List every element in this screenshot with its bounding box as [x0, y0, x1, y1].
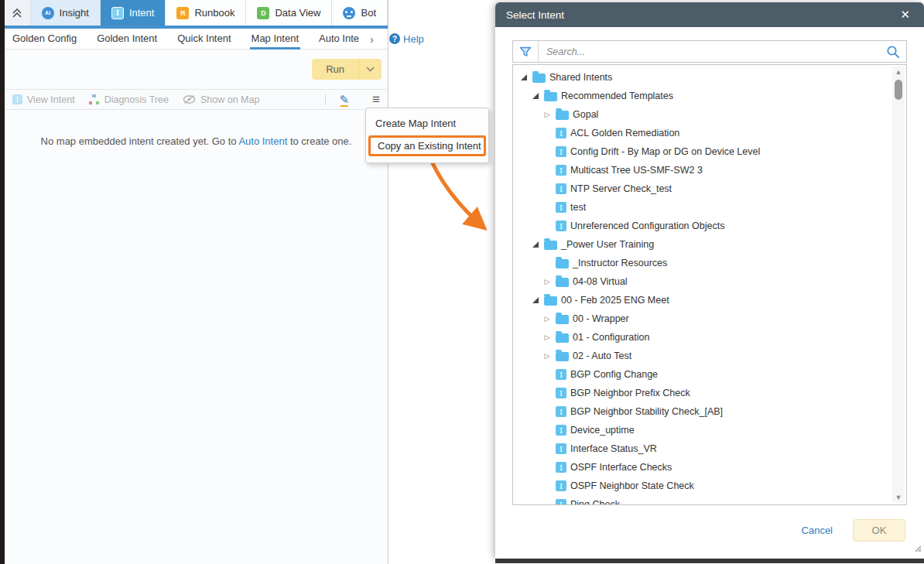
- tree-item[interactable]: IOSPF Neighbor State Check: [513, 477, 891, 495]
- select-intent-dialog: Select Intent ✕ Shared IntentsRecommende…: [495, 2, 924, 559]
- subnav-item-golden-config[interactable]: Golden Config: [12, 29, 77, 49]
- search-button[interactable]: [880, 45, 906, 59]
- scrollbar-thumb[interactable]: [895, 80, 902, 100]
- folder-icon: [556, 315, 569, 324]
- close-icon[interactable]: ✕: [897, 6, 913, 23]
- dialog-header[interactable]: Select Intent ✕: [495, 2, 924, 27]
- tree-item[interactable]: IBGP Neighbor Prefix Check: [513, 384, 891, 402]
- tree-item[interactable]: Recommended Templates: [513, 87, 891, 105]
- tree-item[interactable]: IMulticast Tree US-SMF-SW2 3: [513, 161, 891, 179]
- tree-item-label: OSPF Neighbor State Check: [570, 480, 694, 491]
- tab-insight[interactable]: AIInsight: [31, 0, 101, 26]
- run-split-button[interactable]: Run: [312, 59, 382, 80]
- tree-item[interactable]: IACL Golden Remediation: [513, 124, 891, 142]
- edit-pencil-icon[interactable]: ✎: [340, 94, 350, 105]
- search-input[interactable]: [539, 46, 880, 57]
- tree-item-label: Multicast Tree US-SMF-SW2 3: [570, 165, 703, 176]
- tree-item-label: Recommended Templates: [561, 91, 673, 101]
- filter-button[interactable]: [513, 41, 539, 62]
- subnav-item-map-intent[interactable]: Map Intent: [252, 29, 299, 49]
- tree-item[interactable]: _Power User Training: [513, 235, 891, 254]
- tree-item[interactable]: IBGP Neighbor Stability Check_[AB]: [513, 402, 891, 421]
- expander-icon[interactable]: ▷: [542, 333, 552, 341]
- tree-item[interactable]: ▷Gopal: [513, 105, 891, 124]
- tree-item[interactable]: ▷01 - Configuration: [513, 328, 891, 347]
- run-button[interactable]: Run: [312, 59, 358, 80]
- tab-data-view[interactable]: DData View: [246, 0, 332, 26]
- diagnosis-tree-button[interactable]: Diagnosis Tree: [89, 94, 169, 105]
- tree-item[interactable]: IPing Check: [513, 495, 891, 505]
- tree-item-label: Unreferenced Configuration Objects: [570, 220, 724, 231]
- tree-item[interactable]: IBGP Config Change: [513, 365, 891, 384]
- folder-icon: [556, 111, 569, 120]
- folder-icon: [556, 278, 569, 287]
- expanded-triangle-icon: [532, 297, 539, 303]
- show-on-map-button[interactable]: Show on Map: [183, 94, 259, 105]
- expander-icon[interactable]: ▷: [542, 278, 552, 285]
- collapse-panel-button[interactable]: [5, 0, 31, 26]
- tree-item[interactable]: IUnreferenced Configuration Objects: [513, 217, 891, 235]
- view-intent-button[interactable]: I View Intent: [12, 94, 75, 105]
- tree-item-label: Interface Status_VR: [570, 443, 657, 454]
- folder-icon: [544, 92, 557, 101]
- tree-item[interactable]: ▷00 - Wrapper: [513, 309, 891, 328]
- menu-item-copy-an-existing-intent[interactable]: Copy an Existing Intent: [368, 135, 486, 156]
- subnav-item-golden-intent[interactable]: Golden Intent: [97, 29, 157, 49]
- subnav-item-quick-intent[interactable]: Quick Intent: [177, 29, 231, 49]
- tree-item-label: 00 - Wrapper: [573, 313, 629, 324]
- diagnosis-tree-icon: [89, 94, 100, 104]
- actions-row: Run: [5, 50, 388, 89]
- tree-item-label: 04-08 Virtual: [573, 276, 628, 287]
- tree-item-label: Gopal: [573, 109, 598, 120]
- search-bar: [512, 40, 907, 63]
- cancel-button[interactable]: Cancel: [802, 525, 833, 536]
- nav-overflow-chevron-icon[interactable]: ›: [370, 32, 374, 46]
- ok-button[interactable]: OK: [853, 519, 905, 542]
- bot-icon: [343, 7, 355, 19]
- scrollbar-track[interactable]: ▲ ▼: [892, 67, 905, 503]
- resize-handle-icon[interactable]: [913, 544, 922, 552]
- intent-icon: I: [556, 499, 566, 505]
- tree-item[interactable]: ▷02 - Auto Test: [513, 347, 891, 365]
- expander-icon[interactable]: [519, 74, 529, 80]
- expander-icon[interactable]: ▷: [542, 111, 552, 118]
- expander-icon[interactable]: ▷: [542, 352, 552, 360]
- help-label: Help: [403, 33, 424, 45]
- tree-item[interactable]: IOSPF Interface Checks: [513, 458, 891, 477]
- menu-item-create-map-intent[interactable]: Create Map Intent: [366, 113, 488, 134]
- help-icon: ?: [389, 33, 400, 44]
- expander-icon[interactable]: [531, 297, 540, 303]
- auto-intent-link[interactable]: Auto Intent: [238, 135, 287, 147]
- tree-item[interactable]: INTP Server Check_test: [513, 179, 891, 198]
- dialog-title: Select Intent: [506, 9, 897, 21]
- tree-item[interactable]: 00 - Feb 2025 ENG Meet: [513, 291, 891, 309]
- tree-item[interactable]: Shared Intents: [513, 68, 891, 87]
- tree-item[interactable]: IDevice_uptime: [513, 421, 891, 439]
- tree-item-label: ACL Golden Remediation: [570, 128, 679, 138]
- tree-item-label: 00 - Feb 2025 ENG Meet: [561, 295, 669, 306]
- tab-bot[interactable]: Bot: [332, 0, 388, 26]
- help-button[interactable]: ? Help: [389, 33, 424, 45]
- expander-icon[interactable]: ▷: [542, 315, 552, 323]
- expander-icon[interactable]: [531, 93, 540, 99]
- menu-hamburger-icon[interactable]: ≡: [372, 93, 380, 106]
- tree-item[interactable]: IInterface Status_VR: [513, 439, 891, 458]
- tree-item[interactable]: _Instructor Resources: [513, 254, 891, 272]
- tab-runbook[interactable]: RRunbook: [166, 0, 246, 26]
- tree-item[interactable]: Itest: [513, 198, 891, 217]
- sub-navigation: Golden ConfigGolden IntentQuick IntentMa…: [5, 29, 388, 50]
- tree-item[interactable]: IConfig Drift - By Map or DG on Device L…: [513, 142, 891, 161]
- tab-intent[interactable]: IIntent: [101, 0, 166, 26]
- tree-item-label: test: [570, 202, 586, 213]
- dialog-footer: Cancel OK: [495, 519, 924, 542]
- subnav-item-auto-inte[interactable]: Auto Inte: [319, 29, 359, 49]
- run-dropdown-button[interactable]: [358, 59, 382, 80]
- tree-item[interactable]: ▷04-08 Virtual: [513, 272, 891, 291]
- scrollbar-down-button[interactable]: ▼: [892, 492, 905, 503]
- expanded-triangle-icon: [532, 93, 539, 99]
- intent-icon: I: [556, 369, 566, 380]
- scrollbar-up-button[interactable]: ▲: [892, 67, 905, 77]
- tree-item-label: BGP Neighbor Stability Check_[AB]: [570, 406, 723, 417]
- view-intent-icon: I: [12, 94, 22, 104]
- expander-icon[interactable]: [531, 241, 540, 248]
